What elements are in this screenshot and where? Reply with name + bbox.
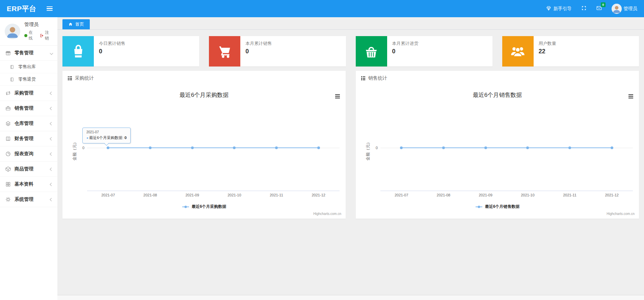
sidebar-item-warehouse-mgmt[interactable]: 仓库管理 (0, 116, 57, 131)
stat-card-month-purchase: 本月累计进货 0 (356, 36, 492, 66)
fullscreen-icon (581, 5, 587, 12)
purchase-chart: 最近6个月采购数据 金额（元） 0 (62, 86, 346, 218)
legend-item[interactable]: 最近6个月销售数据 (356, 204, 639, 210)
y-axis-tick: 0 (376, 146, 378, 150)
tab-home[interactable]: 首页 (62, 19, 90, 29)
series-line (108, 147, 318, 148)
sidebar-item-sales-mgmt[interactable]: 销售管理 (0, 101, 57, 116)
y-axis-tick: 0 (82, 146, 84, 150)
briefcase-icon (5, 105, 11, 112)
cart-icon (209, 36, 240, 66)
plot-area: 0 2021-07 ●最近6个月采购数据: 0 (87, 105, 340, 191)
data-point[interactable] (191, 146, 194, 149)
chevron-left-icon (50, 198, 53, 201)
legend-marker-icon (475, 205, 483, 209)
stat-cards-row: 今日累计销售 0 本月累计销售 0 本月累计进货 0 (57, 30, 644, 66)
fullscreen-button[interactable] (581, 5, 587, 12)
chart-export-menu-button[interactable] (627, 93, 634, 100)
x-tick: 2021-09 (171, 193, 213, 197)
sidebar-item-purchase-mgmt[interactable]: 采购管理 (0, 86, 57, 101)
x-axis-line (380, 191, 633, 191)
panel-title: 销售统计 (368, 75, 387, 81)
grid-icon (361, 76, 365, 80)
credits-link[interactable]: Highcharts.com.cn (313, 212, 341, 216)
x-axis-line (87, 191, 340, 191)
x-tick: 2021-09 (464, 193, 507, 197)
user-menu[interactable]: 管理员 (612, 4, 638, 14)
grid-icon (5, 181, 11, 188)
hamburger-icon[interactable] (47, 6, 53, 11)
x-tick: 2021-10 (213, 193, 256, 197)
basket-icon (356, 36, 387, 66)
guide-button[interactable]: 新手引导 (546, 5, 572, 12)
layers-icon (5, 120, 11, 127)
data-point[interactable] (526, 146, 529, 149)
logout-link[interactable]: 注销 (40, 30, 53, 41)
online-status-icon (24, 34, 27, 37)
credits-link[interactable]: Highcharts.com.cn (607, 212, 635, 216)
legend-item[interactable]: 最近6个月采购数据 (62, 204, 346, 210)
users-icon (502, 36, 534, 66)
data-point[interactable] (484, 146, 487, 149)
content-area: 首页 今日累计销售 0 本月累计销售 0 (57, 17, 644, 300)
card-value: 0 (392, 48, 419, 55)
chart-export-menu-button[interactable] (334, 93, 341, 100)
guide-label: 新手引导 (554, 6, 572, 12)
sidebar-item-finance-mgmt[interactable]: 财务管理 (0, 131, 57, 146)
sidebar-item-retail-mgmt[interactable]: 零售管理 (0, 46, 57, 61)
chart-tooltip: 2021-07 ●最近6个月采购数据: 0 (82, 128, 131, 143)
tooltip-arrow (104, 141, 109, 146)
y-axis-label: 金额（元） (365, 140, 371, 161)
avatar (5, 24, 20, 39)
data-point[interactable] (568, 146, 571, 149)
sidebar-item-retail-outbound[interactable]: 零售出库 (0, 61, 57, 73)
data-point[interactable] (317, 146, 320, 149)
x-tick: 2021-08 (129, 193, 171, 197)
data-point[interactable] (149, 146, 152, 149)
x-tick: 2021-10 (507, 193, 549, 197)
panel-header: 采购统计 (62, 71, 346, 86)
data-point[interactable] (107, 146, 109, 149)
data-point[interactable] (400, 146, 403, 149)
sidebar-item-system-mgmt[interactable]: 系统管理 (0, 192, 57, 207)
data-point[interactable] (611, 146, 613, 149)
data-point[interactable] (233, 146, 236, 149)
sidebar-menu: 零售管理 零售出库 零售退货 采购管理 销售管理 (0, 46, 57, 207)
top-navbar: ERP平台 新手引导 0 管理员 (0, 0, 644, 17)
chevron-left-icon (50, 137, 53, 140)
logout-icon (40, 33, 44, 38)
messages-button[interactable]: 0 (596, 5, 602, 12)
sidebar-user-panel: 管理员 在线 注销 (0, 17, 57, 46)
panel-header: 销售统计 (356, 71, 639, 86)
card-value: 22 (539, 48, 556, 55)
journal-icon (9, 76, 15, 83)
panel-title: 采购统计 (75, 75, 94, 81)
chart-title: 最近6个月采购数据 (62, 86, 346, 99)
card-title: 今日累计销售 (99, 40, 125, 47)
data-point[interactable] (275, 146, 278, 149)
purchase-stats-panel: 采购统计 最近6个月采购数据 金额（元） 0 (62, 71, 346, 219)
avatar (612, 4, 622, 14)
grid-icon (68, 76, 72, 80)
card-value: 0 (99, 48, 125, 55)
sales-chart: 最近6个月销售数据 金额（元） 0 (356, 86, 639, 218)
online-status-label: 在线 (29, 30, 36, 41)
loop-icon (5, 90, 11, 97)
sidebar-item-report-query[interactable]: 报表查询 (0, 146, 57, 162)
x-tick: 2021-11 (256, 193, 298, 197)
x-axis-labels: 2021-07 2021-08 2021-09 2021-10 2021-11 … (380, 193, 633, 197)
chevron-down-icon (50, 51, 53, 55)
chevron-left-icon (50, 152, 53, 156)
sidebar-item-retail-return[interactable]: 零售退货 (0, 73, 57, 86)
x-tick: 2021-07 (380, 193, 423, 197)
legend-marker-icon (182, 205, 189, 209)
app-logo[interactable]: ERP平台 (7, 4, 36, 13)
sidebar-item-goods-mgmt[interactable]: 商品管理 (0, 162, 57, 177)
message-count-badge: 0 (601, 2, 605, 7)
data-point[interactable] (442, 146, 445, 149)
sidebar-item-basic-data[interactable]: 基本资料 (0, 177, 57, 192)
chevron-left-icon (50, 91, 53, 95)
cube-icon (5, 166, 11, 172)
chevron-left-icon (50, 183, 53, 186)
charts-row: 采购统计 最近6个月采购数据 金额（元） 0 (57, 66, 644, 219)
